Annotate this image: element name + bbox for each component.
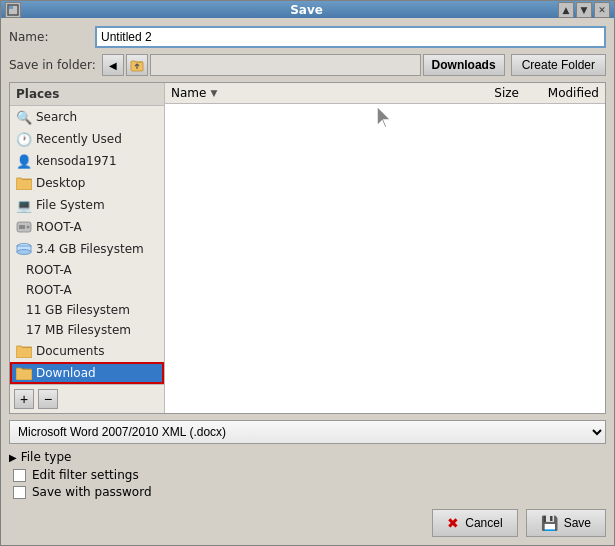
sidebar-item-recently-used[interactable]: 🕐 Recently Used: [10, 128, 164, 150]
sidebar-item-root-a-2[interactable]: ROOT-A: [10, 260, 164, 280]
window-controls: ▲ ▼ ✕: [558, 2, 610, 18]
name-input[interactable]: [95, 26, 606, 48]
file-list-header: Name ▼ Size Modified: [165, 83, 605, 104]
save-password-label: Save with password: [32, 485, 152, 499]
drive-icon-1: [16, 219, 32, 235]
dialog-body: Name: Save in folder: ◀ Downloads: [1, 18, 614, 545]
sidebar-item-recently-used-label: Recently Used: [36, 132, 122, 146]
filter-toggle[interactable]: ▶ File type: [9, 450, 606, 464]
svg-point-10: [17, 250, 31, 255]
filter-option-2-row: Save with password: [13, 485, 606, 499]
col-modified-label: Modified: [548, 86, 599, 100]
folder-label: Save in folder:: [9, 58, 96, 72]
svg-rect-12: [16, 369, 32, 380]
cancel-label: Cancel: [465, 516, 502, 530]
search-icon: 🔍: [16, 109, 32, 125]
sidebar-item-root-a-3[interactable]: ROOT-A: [10, 280, 164, 300]
col-modified-header[interactable]: Modified: [519, 86, 599, 100]
sidebar-item-root-a-1-label: ROOT-A: [36, 220, 82, 234]
folder-up-button[interactable]: [126, 54, 148, 76]
maximize-button[interactable]: ▼: [576, 2, 592, 18]
sidebar-item-17mb-label: 17 MB Filesystem: [26, 323, 131, 337]
user-icon: 👤: [16, 153, 32, 169]
col-size-label: Size: [494, 86, 519, 100]
sidebar-item-filesystem-label: File System: [36, 198, 105, 212]
close-button[interactable]: ✕: [594, 2, 610, 18]
name-label: Name:: [9, 30, 89, 44]
edit-filter-checkbox[interactable]: [13, 469, 26, 482]
add-place-button[interactable]: +: [14, 389, 34, 409]
sidebar-item-user-label: kensoda1971: [36, 154, 117, 168]
col-size-header[interactable]: Size: [469, 86, 519, 100]
sidebar-item-root-a-1[interactable]: ROOT-A: [10, 216, 164, 238]
col-name-header[interactable]: Name ▼: [171, 86, 469, 100]
sidebar-item-search[interactable]: 🔍 Search: [10, 106, 164, 128]
places-list: 🔍 Search 🕐 Recently Used 👤 kensoda1971: [10, 106, 164, 384]
places-header: Places: [10, 83, 164, 106]
file-panel: Name ▼ Size Modified: [165, 83, 605, 413]
svg-point-6: [27, 226, 30, 229]
minimize-button[interactable]: ▲: [558, 2, 574, 18]
filter-toggle-label: File type: [21, 450, 72, 464]
save-password-checkbox[interactable]: [13, 486, 26, 499]
filter-option-1-row: Edit filter settings: [13, 468, 606, 482]
folder-up-icon: [130, 58, 144, 72]
sidebar-item-documents-label: Documents: [36, 344, 104, 358]
svg-marker-13: [377, 106, 391, 128]
sidebar-item-user[interactable]: 👤 kensoda1971: [10, 150, 164, 172]
sidebar-item-3gb-label: 3.4 GB Filesystem: [36, 242, 144, 256]
sidebar-item-documents[interactable]: Documents: [10, 340, 164, 362]
svg-rect-11: [16, 347, 32, 358]
format-select[interactable]: Microsoft Word 2007/2010 XML (.docx) ODF…: [9, 420, 606, 444]
save-dialog: Save ▲ ▼ ✕ Name: Save in folder: ◀: [0, 0, 615, 546]
filter-triangle-icon: ▶: [9, 452, 17, 463]
col-name-label: Name: [171, 86, 206, 100]
action-row: ✖ Cancel 💾 Save: [9, 505, 606, 537]
svg-rect-4: [16, 179, 32, 190]
sort-arrow-icon: ▼: [210, 88, 217, 98]
svg-rect-7: [19, 225, 25, 229]
sidebar-item-root-a-2-label: ROOT-A: [26, 263, 72, 277]
back-button[interactable]: ◀: [102, 54, 124, 76]
titlebar: Save ▲ ▼ ✕: [1, 1, 614, 18]
download-folder-icon: [16, 365, 32, 381]
dialog-title: Save: [55, 3, 558, 17]
sidebar-item-download[interactable]: Download: [10, 362, 164, 384]
sidebar-item-desktop-label: Desktop: [36, 176, 86, 190]
sidebar-item-filesystem[interactable]: 💻 File System: [10, 194, 164, 216]
filter-options: Edit filter settings Save with password: [9, 468, 606, 499]
main-area: Places 🔍 Search 🕐 Recently Used 👤: [9, 82, 606, 414]
sidebar-item-download-label: Download: [36, 366, 96, 380]
cancel-icon: ✖: [447, 515, 459, 531]
save-label: Save: [564, 516, 591, 530]
filter-section: ▶ File type Edit filter settings Save wi…: [9, 450, 606, 499]
places-panel: Places 🔍 Search 🕐 Recently Used 👤: [10, 83, 165, 413]
cancel-button[interactable]: ✖ Cancel: [432, 509, 517, 537]
edit-filter-label: Edit filter settings: [32, 468, 139, 482]
remove-place-button[interactable]: −: [38, 389, 58, 409]
empty-area: [165, 104, 605, 132]
sidebar-item-17mb[interactable]: 17 MB Filesystem: [10, 320, 164, 340]
documents-folder-icon: [16, 343, 32, 359]
save-button[interactable]: 💾 Save: [526, 509, 606, 537]
save-icon: 💾: [541, 515, 558, 531]
folder-nav: ◀ Downloads: [102, 54, 505, 76]
current-folder-button[interactable]: Downloads: [423, 54, 505, 76]
format-row: Microsoft Word 2007/2010 XML (.docx) ODF…: [9, 420, 606, 444]
breadcrumb-input[interactable]: [150, 54, 421, 76]
sidebar-item-11gb-label: 11 GB Filesystem: [26, 303, 130, 317]
sidebar-item-3gb-filesystem[interactable]: 3.4 GB Filesystem: [10, 238, 164, 260]
sidebar-item-desktop[interactable]: Desktop: [10, 172, 164, 194]
folder-row: Save in folder: ◀ Downloads Create Folde…: [9, 54, 606, 76]
sidebar-item-11gb[interactable]: 11 GB Filesystem: [10, 300, 164, 320]
sidebar-item-search-label: Search: [36, 110, 77, 124]
sidebar-item-root-a-3-label: ROOT-A: [26, 283, 72, 297]
desktop-folder-icon: [16, 175, 32, 191]
svg-rect-1: [9, 6, 13, 9]
cursor-icon: [375, 104, 395, 132]
filesystem-icon: 💻: [16, 197, 32, 213]
name-row: Name:: [9, 26, 606, 48]
create-folder-button[interactable]: Create Folder: [511, 54, 606, 76]
drive-icon-2: [16, 241, 32, 257]
clock-icon: 🕐: [16, 131, 32, 147]
